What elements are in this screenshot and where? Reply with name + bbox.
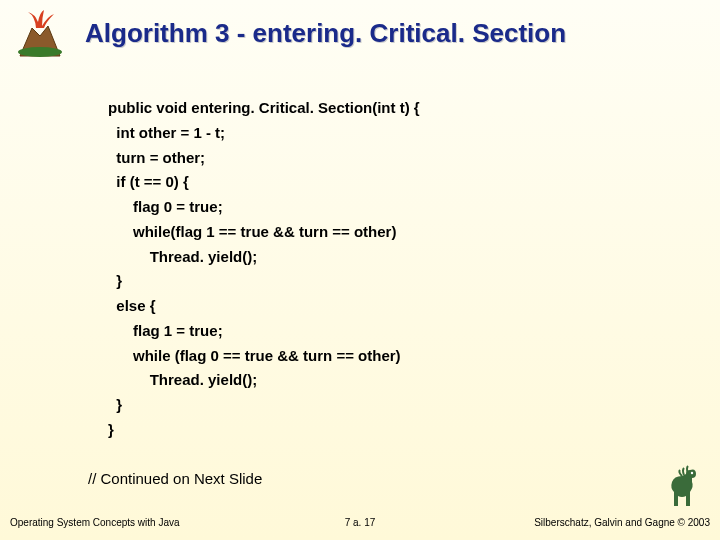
code-line: } [108,421,114,438]
code-block: public void entering. Critical. Section(… [108,96,420,443]
code-line: else { [116,297,155,314]
code-line: while(flag 1 == true && turn == other) [133,223,396,240]
svg-point-1 [691,472,693,474]
slide: Algorithm 3 - entering. Critical. Sectio… [0,0,720,540]
footer-right: Silberschatz, Galvin and Gagne © 2003 [534,517,710,528]
code-line: Thread. yield(); [150,248,258,265]
slide-title: Algorithm 3 - entering. Critical. Sectio… [85,18,700,49]
volcano-icon [10,8,70,58]
code-line: flag 0 = true; [133,198,223,215]
code-line: } [116,272,122,289]
code-line: Thread. yield(); [150,371,258,388]
svg-point-0 [18,47,62,57]
code-line: turn = other; [116,149,205,166]
code-line: flag 1 = true; [133,322,223,339]
code-line: public void entering. Critical. Section(… [108,99,420,116]
continued-note: // Continued on Next Slide [88,470,262,487]
code-line: } [116,396,122,413]
code-line: if (t == 0) { [116,173,189,190]
code-line: while (flag 0 == true && turn == other) [133,347,401,364]
dinosaur-icon [662,462,702,512]
code-line: int other = 1 - t; [116,124,225,141]
